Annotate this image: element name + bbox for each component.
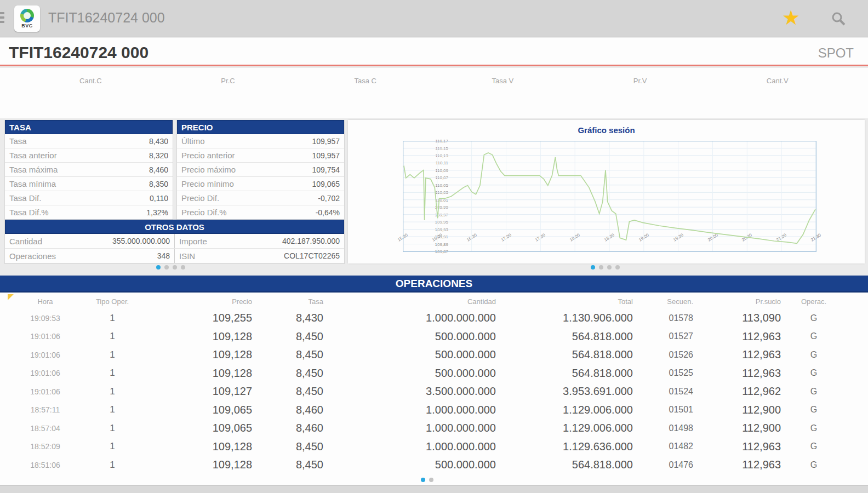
- otros-datos-header: OTROS DATOS: [5, 220, 344, 234]
- cell-operac: G: [781, 423, 847, 433]
- precio-panel-header: PRECIO: [177, 120, 344, 134]
- cell-cantidad: 500.000.000: [323, 348, 496, 361]
- row-label: Último: [181, 136, 205, 146]
- col-header-precio: Precio: [148, 297, 252, 306]
- depth-column-header: Pr.C: [159, 77, 297, 118]
- cell-tasa: 8,450: [252, 440, 323, 453]
- table-row[interactable]: 19:01:06 1 109,128 8,450 500.000.000 564…: [0, 364, 868, 383]
- app-logo[interactable]: BVC: [14, 5, 40, 32]
- data-row: Precio Dif.% -0,64%: [177, 205, 344, 220]
- tasa-panel: TASA Tasa 8,430 Tasa anterior 8,320 Tasa…: [4, 120, 173, 220]
- data-row: Tasa mínima 8,350: [5, 177, 173, 191]
- page-dot-active: [421, 478, 425, 482]
- row-value: 109,065: [312, 180, 340, 188]
- cell-prsucio: 112,963: [693, 458, 781, 471]
- page-dot: [599, 265, 603, 270]
- table-row[interactable]: 19:01:06 1 109,128 8,450 500.000.000 564…: [0, 328, 868, 346]
- cell-total: 1.129.636.000: [496, 440, 633, 453]
- col-header-operac: Operac.: [781, 297, 847, 306]
- cell-hora: 19:01:06: [14, 387, 77, 396]
- depth-column-header: Cant.V: [709, 77, 846, 118]
- col-header-hora: Hora: [14, 297, 77, 306]
- operations-title-bar: OPERACIONES: [0, 276, 868, 293]
- cell-tasa: 8,450: [252, 367, 323, 380]
- page-dot: [615, 265, 620, 270]
- cell-secuen: 01476: [633, 460, 693, 470]
- cell-cantidad: 3.500.000.000: [323, 385, 496, 398]
- cell-operac: G: [781, 331, 847, 341]
- cell-tasa: 8,450: [252, 385, 323, 398]
- row-value: 109,754: [312, 165, 340, 174]
- data-row: Precio Dif. -0,702: [177, 191, 344, 205]
- instrument-title: TFIT16240724 000: [9, 43, 149, 62]
- bvc-logo-icon: [20, 9, 34, 22]
- cell-secuen: 01526: [633, 350, 693, 360]
- row-label: Importe: [179, 237, 207, 246]
- operations-header-row: Hora Tipo Oper. Precio Tasa Cantidad Tot…: [0, 294, 868, 309]
- cell-prsucio: 112,900: [693, 422, 781, 434]
- cell-hora: 19:01:06: [14, 369, 77, 377]
- cell-hora: 18:57:11: [14, 405, 77, 414]
- col-header-cantidad: Cantidad: [323, 297, 496, 306]
- table-row[interactable]: 19:01:06 1 109,128 8,450 500.000.000 564…: [0, 346, 868, 364]
- cell-tasa: 8,450: [252, 348, 323, 361]
- row-value: 8,350: [149, 180, 168, 188]
- data-row: Operaciones 348 ISIN COL17CT02265: [5, 249, 344, 263]
- cell-secuen: 01527: [633, 331, 693, 341]
- row-value: COL17CT02265: [284, 251, 340, 260]
- row-value: 8,460: [149, 165, 168, 174]
- table-row[interactable]: 18:57:11 1 109,065 8,460 1.000.000.000 1…: [0, 401, 868, 420]
- cell-operac: G: [781, 387, 847, 397]
- table-row[interactable]: 18:57:04 1 109,065 8,460 1.000.000.000 1…: [0, 419, 868, 438]
- cell-operac: G: [781, 368, 847, 378]
- row-value: 8,430: [149, 137, 168, 146]
- cell-total: 1.130.906.000: [496, 312, 633, 324]
- cell-hora: 19:01:06: [14, 332, 77, 341]
- data-row: Tasa Dif. 0,110: [5, 191, 173, 205]
- cell-secuen: 01525: [633, 368, 693, 378]
- row-value: 355.000.000.000: [112, 237, 170, 245]
- cell-operac: G: [781, 313, 847, 323]
- depth-column-header: Tasa V: [434, 77, 572, 118]
- row-label: Precio máximo: [181, 165, 236, 174]
- col-header-secuen: Secuen.: [633, 297, 693, 306]
- cell-precio: 109,128: [148, 367, 252, 380]
- table-row[interactable]: 19:01:06 1 109,127 8,450 3.500.000.000 3…: [0, 382, 868, 401]
- cell-tasa: 8,450: [252, 458, 323, 471]
- row-label: Precio Dif.: [181, 193, 219, 203]
- data-row: Precio mínimo 109,065: [177, 177, 344, 191]
- cell-tipo: 1: [77, 404, 148, 415]
- row-label: Precio mínimo: [181, 179, 234, 188]
- search-icon[interactable]: [831, 11, 846, 28]
- cell-hora: 18:57:04: [14, 424, 77, 433]
- row-label: Tasa Dif.: [9, 193, 41, 203]
- table-row[interactable]: 18:51:06 1 109,128 8,450 500.000.000 564…: [0, 456, 868, 474]
- row-label: Tasa Dif.%: [9, 208, 49, 217]
- favorite-star-icon[interactable]: ★: [782, 5, 800, 31]
- row-label: Tasa: [9, 136, 27, 146]
- depth-column-header: Cant.C: [22, 77, 159, 118]
- page-dot: [181, 265, 185, 270]
- cell-precio: 109,065: [148, 422, 252, 434]
- cell-cantidad: 500.000.000: [323, 458, 496, 471]
- operations-rows: 19:09:53 1 109,255 8,430 1.000.000.000 1…: [0, 309, 868, 474]
- chart-plot-area: [403, 141, 816, 252]
- cell-prsucio: 113,090: [693, 312, 781, 324]
- cell-tipo: 1: [77, 331, 148, 342]
- cell-prsucio: 112,963: [693, 330, 781, 343]
- data-row: Cantidad 355.000.000.000 Importe 402.187…: [5, 234, 344, 249]
- cell-total: 1.129.006.000: [496, 422, 633, 434]
- cell-precio: 109,128: [148, 440, 252, 453]
- menu-icon[interactable]: [0, 12, 4, 23]
- table-row[interactable]: 18:52:09 1 109,128 8,450 1.000.000.000 1…: [0, 438, 868, 456]
- cell-cantidad: 1.000.000.000: [323, 312, 496, 324]
- row-label: Tasa anterior: [9, 151, 57, 160]
- session-chart-card: Gráfico sesión 110,17110,15110,13110,111…: [348, 120, 865, 263]
- page-dot: [164, 265, 169, 270]
- tasa-panel-header: TASA: [5, 120, 173, 134]
- cell-total: 3.953.691.000: [496, 385, 633, 398]
- depth-column-header: Tasa C: [296, 77, 434, 118]
- cell-cantidad: 1.000.000.000: [323, 404, 496, 416]
- cell-hora: 18:52:09: [14, 442, 77, 451]
- table-row[interactable]: 19:09:53 1 109,255 8,430 1.000.000.000 1…: [0, 309, 868, 328]
